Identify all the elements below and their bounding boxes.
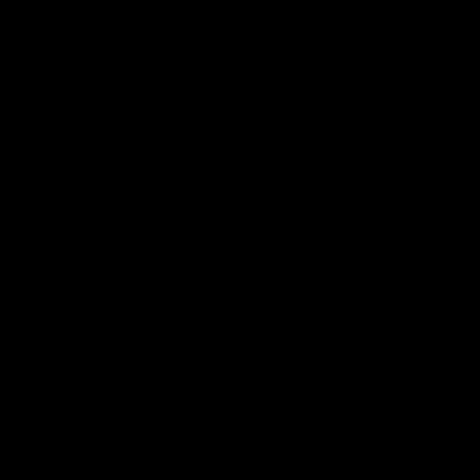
chart-container bbox=[0, 0, 476, 476]
bottleneck-chart bbox=[0, 0, 476, 476]
